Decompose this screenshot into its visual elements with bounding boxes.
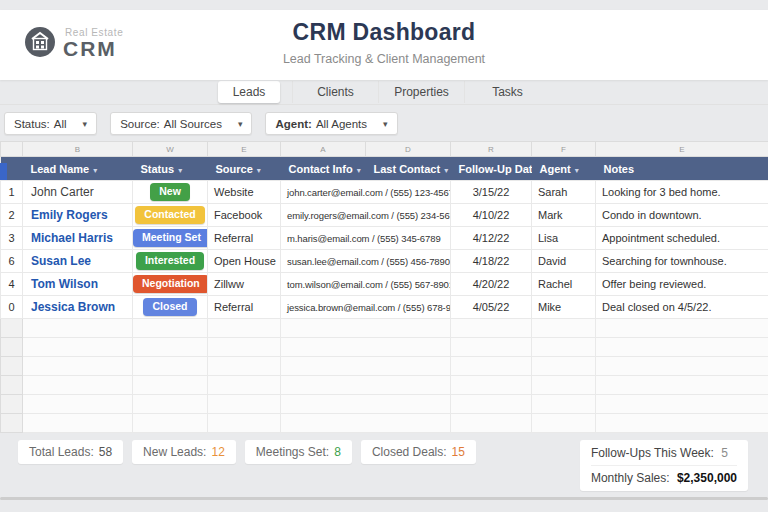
status-cell[interactable]: Contacted — [133, 204, 208, 227]
contact-info-cell[interactable]: tom.wilson@email.com / (555) 567-8901 — [281, 273, 451, 296]
agent-filter-dropdown[interactable]: Agent: All Agents ▾ — [265, 112, 397, 135]
row-number[interactable]: 6 — [1, 250, 23, 273]
row-number[interactable]: 0 — [1, 296, 23, 319]
source-filter-label: Source: — [120, 118, 160, 130]
lead-name-cell[interactable]: John Carter — [23, 181, 133, 204]
status-cell[interactable]: Meeting Set — [133, 227, 208, 250]
agent-cell[interactable]: Rachel — [532, 273, 596, 296]
source-cell[interactable]: Referral — [208, 227, 281, 250]
status-badge: Negotiation — [133, 275, 208, 292]
row-number[interactable]: 2 — [1, 204, 23, 227]
column-letter[interactable]: R — [451, 142, 532, 157]
source-filter-dropdown[interactable]: Source: All Sources ▾ — [110, 112, 252, 135]
follow-up-date-cell[interactable]: 4/18/22 — [451, 250, 532, 273]
col-header-source[interactable]: Source▾ — [208, 157, 281, 181]
agent-cell[interactable]: Mike — [532, 296, 596, 319]
sort-arrow-icon: ▾ — [444, 166, 448, 175]
tab-leads[interactable]: Leads — [218, 81, 280, 103]
source-cell[interactable]: Referral — [208, 296, 281, 319]
notes-cell[interactable]: Deal closed on 4/5/22. — [596, 296, 768, 319]
app-header: Real Estate CRM CRM Dashboard Lead Track… — [0, 10, 768, 80]
row-number[interactable]: 4 — [1, 273, 23, 296]
agent-cell[interactable]: David — [532, 250, 596, 273]
col-header-status[interactable]: Status▾ — [133, 157, 208, 181]
follow-up-date-cell[interactable]: 4/20/22 — [451, 273, 532, 296]
col-header-contact-info[interactable]: Contact Info▾ — [281, 157, 366, 181]
status-cell[interactable]: New — [133, 181, 208, 204]
contact-info-cell[interactable]: emily.rogers@email.com / (555) 234-5678 — [281, 204, 451, 227]
follow-up-date-cell[interactable]: 4/10/22 — [451, 204, 532, 227]
row-number[interactable]: 3 — [1, 227, 23, 250]
stat-meetings-set: Meetings Set: 8 — [245, 440, 352, 464]
status-badge: Meeting Set — [133, 229, 208, 246]
empty-row — [1, 338, 768, 357]
notes-cell[interactable]: Condo in downtown. — [596, 204, 768, 227]
column-letter[interactable]: D — [366, 142, 451, 157]
status-filter-dropdown[interactable]: Status: All ▾ — [4, 112, 97, 135]
notes-cell[interactable]: Searching for townhouse. — [596, 250, 768, 273]
follow-up-date-cell[interactable]: 4/05/22 — [451, 296, 532, 319]
contact-info-cell[interactable]: jessica.brown@email.com / (555) 678-9012 — [281, 296, 451, 319]
status-cell[interactable]: Interested — [133, 250, 208, 273]
col-header-agent[interactable]: Agent▾ — [532, 157, 596, 181]
tab-properties[interactable]: Properties — [378, 81, 464, 103]
agent-cell[interactable]: Sarah — [532, 181, 596, 204]
agent-filter-label: Agent: — [275, 118, 311, 130]
tab-tasks[interactable]: Tasks — [464, 81, 550, 103]
col-header-lead-name[interactable]: Lead Name▾ — [23, 157, 133, 181]
table-row: 2 Emily Rogers Contacted Facebook emily.… — [1, 204, 768, 227]
row-number[interactable]: 1 — [1, 181, 23, 204]
col-header-follow-up-date[interactable]: Follow-Up Date — [451, 157, 532, 181]
agent-filter-value: All Agents — [316, 118, 367, 130]
status-filter-label: Status: — [14, 118, 50, 130]
table-row: 1 John Carter New Website john.carter@em… — [1, 181, 768, 204]
empty-row — [1, 414, 768, 433]
crm-dashboard-page: Real Estate CRM CRM Dashboard Lead Track… — [0, 10, 768, 512]
empty-row — [1, 319, 768, 338]
follow-up-date-cell[interactable]: 4/12/22 — [451, 227, 532, 250]
col-header-notes[interactable]: Notes — [596, 157, 768, 181]
col-header-last-contact[interactable]: Last Contact▾ — [366, 157, 451, 181]
brand-name: CRM — [63, 38, 123, 60]
horizontal-scrollbar[interactable] — [0, 497, 768, 500]
column-letter[interactable]: W — [133, 142, 208, 157]
follow-up-date-cell[interactable]: 3/15/22 — [451, 181, 532, 204]
source-cell[interactable]: Zillww — [208, 273, 281, 296]
column-letter[interactable]: A — [281, 142, 366, 157]
agent-cell[interactable]: Lisa — [532, 227, 596, 250]
status-cell[interactable]: Negotiation — [133, 273, 208, 296]
chevron-down-icon: ▾ — [383, 119, 388, 129]
tab-clients[interactable]: Clients — [292, 81, 378, 103]
column-letter-row: B W E A D R F E — [1, 142, 768, 157]
status-cell[interactable]: Closed — [133, 296, 208, 319]
status-badge: New — [150, 183, 190, 200]
column-letter[interactable]: E — [596, 142, 768, 157]
lead-name-cell[interactable]: Jessica Brown — [23, 296, 133, 319]
summary-bar: Total Leads: 58 New Leads: 12 Meetings S… — [0, 433, 768, 491]
contact-info-cell[interactable]: susan.lee@email.com / (555) 456-7890 — [281, 250, 451, 273]
notes-cell[interactable]: Looking for 3 bed home. — [596, 181, 768, 204]
lead-name-cell[interactable]: Emily Rogers — [23, 204, 133, 227]
contact-info-cell[interactable]: john.carter@email.com / (555) 123-4567 — [281, 181, 451, 204]
stat-new-leads: New Leads: 12 — [132, 440, 236, 464]
lead-name-cell[interactable]: Tom Wilson — [23, 273, 133, 296]
notes-cell[interactable]: Appointment scheduled. — [596, 227, 768, 250]
contact-info-cell[interactable]: m.haris@email.com / (555) 345-6789 — [281, 227, 451, 250]
column-letter[interactable]: F — [532, 142, 596, 157]
status-badge: Contacted — [135, 206, 204, 223]
select-all-corner[interactable] — [1, 142, 23, 157]
sort-arrow-icon: ▾ — [93, 166, 97, 175]
lead-name-cell[interactable]: Michael Harris — [23, 227, 133, 250]
notes-cell[interactable]: Offer being reviewed. — [596, 273, 768, 296]
lead-name-cell[interactable]: Susan Lee — [23, 250, 133, 273]
source-cell[interactable]: Website — [208, 181, 281, 204]
column-letter[interactable]: E — [208, 142, 281, 157]
brand-logo: Real Estate CRM — [24, 26, 123, 62]
column-letter[interactable]: B — [23, 142, 133, 157]
source-cell[interactable]: Facebook — [208, 204, 281, 227]
agent-cell[interactable]: Mark — [532, 204, 596, 227]
empty-row — [1, 376, 768, 395]
tab-bar: Leads Clients Properties Tasks — [0, 80, 768, 105]
empty-row — [1, 357, 768, 376]
source-cell[interactable]: Open House — [208, 250, 281, 273]
